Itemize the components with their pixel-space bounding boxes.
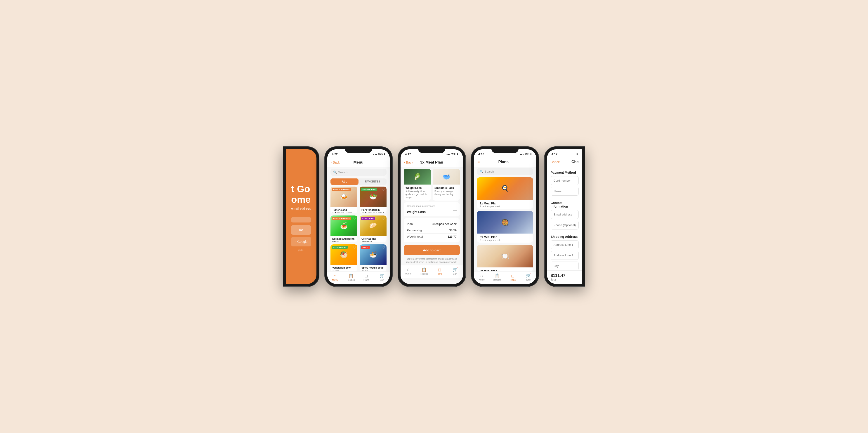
meal-plan-back-btn[interactable]: ‹ Back xyxy=(404,160,413,164)
nav-cart[interactable]: 🛒 Cart xyxy=(374,273,390,281)
heart-icon-6[interactable]: ♡ xyxy=(382,246,385,249)
meal-pref-selector[interactable]: Weight Loss xyxy=(404,208,460,216)
list-item[interactable]: VEGETARIAN ♡ 🥗 Pork tenderloin and toenj… xyxy=(360,187,386,213)
menu-item-info-4: Celeriac and chickpea dumplings 17 min xyxy=(360,236,386,242)
signal-icon: ●●● xyxy=(373,153,377,156)
city-input[interactable] xyxy=(551,262,579,270)
nav-cart-mp[interactable]: 🛒 Cart xyxy=(447,267,463,275)
nav-plans-pl[interactable]: ◻ Plans xyxy=(505,273,521,281)
phone-checkout-screen: 4:17 ▮ Cancel Che Payment Method Contact… xyxy=(547,149,582,284)
name-input[interactable] xyxy=(551,187,579,196)
address1-input[interactable] xyxy=(551,240,579,249)
list-item[interactable]: LOW CARB ♡ 🥟 Celeriac and chickpea dumpl… xyxy=(360,215,386,242)
nav-recipes-mp[interactable]: 📋 Recipes xyxy=(416,267,432,275)
checkout-time: 4:17 xyxy=(552,153,557,156)
heart-icon-3[interactable]: ♡ xyxy=(353,217,356,221)
welcome-title-line2: ome xyxy=(291,195,311,205)
heart-icon-4[interactable]: ♡ xyxy=(382,217,385,221)
home-icon-mp: ⌂ xyxy=(407,267,410,272)
home-icon-pl: ⌂ xyxy=(480,273,483,278)
menu-item-info-3: Nutmeg and pecan pasta 20 min xyxy=(331,236,358,242)
nav-plans-label-pl: Plans xyxy=(510,279,516,281)
nav-home[interactable]: ⌂ Home xyxy=(327,273,343,281)
plan-3x-info: 3x Meal Plan 3 recipes per week xyxy=(477,234,533,242)
nav-recipes[interactable]: 📋 Recipes xyxy=(343,273,359,281)
plan-card-3x[interactable]: 🥘 3x Meal Plan 3 recipes per week Choose… xyxy=(477,211,533,242)
plan-2x-subtitle: 2 recipes per week xyxy=(480,205,530,208)
plans-search-bar[interactable]: 🔍 Search xyxy=(477,168,533,175)
list-item[interactable]: LESS CALORIES ♡ 🍛 Tumeric and aubergine … xyxy=(331,187,358,213)
nav-cart-pl[interactable]: 🛒 Cart xyxy=(521,273,536,281)
tab-favorites[interactable]: FAVORITES xyxy=(359,178,386,185)
nav-recipes-label: Recipes xyxy=(346,279,355,281)
search-icon: 🔍 xyxy=(333,170,337,174)
list-item[interactable]: SPICY ♡ 🍜 Spicy noodle soup 22 min xyxy=(360,244,386,271)
meal-plan-screen: 4:17 ●●● WiFi ▮ ‹ Back 3x Meal Plan xyxy=(401,149,463,284)
menu-back-btn[interactable]: ‹ Back xyxy=(331,160,340,164)
menu-item-info-1: Tumeric and aubergine korma 18 min xyxy=(331,207,358,213)
welcome-continue-btn[interactable]: ue xyxy=(291,225,311,235)
menu-item-name-3: Nutmeg and pecan pasta xyxy=(332,237,355,242)
nav-plans-mp[interactable]: ◻ Plans xyxy=(432,267,447,275)
phone-plans-wrapper: 4:16 ●●● WiFi ▮ ≡ Plans 🔍 xyxy=(471,146,539,287)
nav-recipes-pl[interactable]: 📋 Recipes xyxy=(489,273,505,281)
back-chevron-icon: ‹ xyxy=(331,160,332,164)
phone-plans: 4:16 ●●● WiFi ▮ ≡ Plans 🔍 xyxy=(471,146,539,287)
list-item[interactable]: VEGETARIAN ♡ 🥙 Vegetarian bowl 25 min xyxy=(331,244,358,271)
nav-cart-label-pl: Cart xyxy=(526,279,530,281)
meal-plan-nav-header: ‹ Back 3x Meal Plan xyxy=(401,158,463,167)
welcome-email-input[interactable] xyxy=(291,217,311,223)
heart-icon-2[interactable]: ♡ xyxy=(382,188,385,192)
heart-icon-1[interactable]: ♡ xyxy=(353,188,356,192)
menu-search-bar[interactable]: 🔍 Search xyxy=(331,169,386,176)
checkout-status-bar: 4:17 ▮ xyxy=(547,149,582,158)
menu-item-img-4: LOW CARB ♡ 🥟 xyxy=(360,215,386,236)
card-number-input[interactable] xyxy=(551,176,579,185)
meal-card-weight-loss[interactable]: 🥬 Weight Loss Achieve weight loss goals … xyxy=(404,169,431,201)
nav-plans[interactable]: ◻ Plans xyxy=(359,273,374,281)
meal-card-info-weight-loss: Weight Loss Achieve weight loss goals an… xyxy=(404,185,431,201)
welcome-title: t Go ome xyxy=(291,184,311,205)
plan-5x-visual: 🍽️ xyxy=(477,245,533,267)
phone-menu-wrapper: 4:22 ●●● WiFi ▮ ‹ Back Menu xyxy=(324,146,393,287)
list-item[interactable]: LESS CALORIES ♡ 🍝 Nutmeg and pecan pasta… xyxy=(331,215,358,242)
nav-cart-label: Cart xyxy=(380,279,384,281)
heart-icon-5[interactable]: ♡ xyxy=(353,246,356,249)
tab-all[interactable]: ALL xyxy=(331,178,359,185)
tag-less-calories-1: LESS CALORIES xyxy=(332,188,351,191)
plans-icon-mp: ◻ xyxy=(438,267,441,272)
nav-home-pl[interactable]: ⌂ Home xyxy=(474,273,489,281)
menu-item-name-1: Tumeric and aubergine korma xyxy=(332,208,355,213)
welcome-footer: glide. xyxy=(291,249,311,252)
meal-card-title-weight-loss: Weight Loss xyxy=(405,186,429,190)
email-input[interactable] xyxy=(551,210,579,219)
nav-home-mp[interactable]: ⌂ Home xyxy=(401,267,416,275)
plan-5x-info: 5x Meal Plan 5 recipes per week xyxy=(477,267,533,271)
cart-icon: 🛒 xyxy=(379,273,384,278)
tag-spicy: SPICY xyxy=(361,246,370,249)
address2-input[interactable] xyxy=(551,251,579,260)
plans-screen: 4:16 ●●● WiFi ▮ ≡ Plans 🔍 xyxy=(474,149,536,284)
phone-welcome: t Go ome email address ue h Google glide… xyxy=(283,146,319,287)
tag-vegetarian-1: VEGETARIAN xyxy=(361,188,377,191)
plan-card-2x[interactable]: 🍳 2x Meal Plan 2 recipes per week Choose… xyxy=(477,177,533,209)
phone-input[interactable] xyxy=(551,221,579,230)
welcome-google-btn[interactable]: h Google xyxy=(291,237,311,246)
add-to-cart-button[interactable]: Add to cart xyxy=(404,245,460,255)
cancel-button[interactable]: Cancel xyxy=(551,160,561,164)
checkout-screen: 4:17 ▮ Cancel Che Payment Method Contact… xyxy=(547,149,582,284)
menu-nav-header: ‹ Back Menu xyxy=(327,158,390,167)
phone-menu-notch xyxy=(345,146,372,153)
hamburger-menu-icon[interactable]: ≡ xyxy=(477,160,480,164)
checkout-footer: $111.47 Total xyxy=(547,270,582,284)
plan-3x-subtitle: 3 recipes per week xyxy=(480,239,530,241)
meal-card-smoothie[interactable]: 🥣 Smoothie Pack Boost your energy throug… xyxy=(433,169,460,201)
search-placeholder: Search xyxy=(338,170,347,174)
cart-icon-mp: 🛒 xyxy=(453,267,458,272)
plan-card-5x[interactable]: 🍽️ 5x Meal Plan 5 recipes per week xyxy=(477,245,533,271)
phone-meal-plan-screen: 4:17 ●●● WiFi ▮ ‹ Back 3x Meal Plan xyxy=(401,149,463,284)
menu-item-info-5: Vegetarian bowl 25 min xyxy=(331,265,358,271)
contact-section-title: Contact Information xyxy=(551,201,579,208)
plan-2x-info: 2x Meal Plan 2 recipes per week xyxy=(477,200,533,209)
meal-detail-plan-value: 3 recipes per week xyxy=(432,222,457,226)
